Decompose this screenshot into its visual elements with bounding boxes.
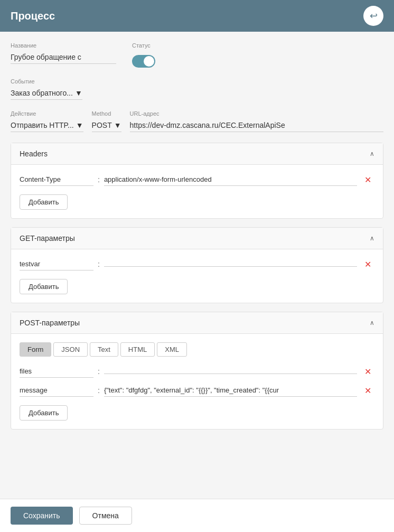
- post-value-1[interactable]: {"text": "dfgfdg", "external_id": "{{}}"…: [104, 384, 357, 397]
- method-select[interactable]: POST ▼: [92, 119, 121, 132]
- colon-icon: :: [98, 175, 100, 184]
- post-params-section-title: POST-параметры: [20, 319, 80, 327]
- table-row: Content-Type : application/x-www-form-ur…: [20, 173, 374, 186]
- get-params-section-body: testvar : ✕ Добавить: [11, 249, 383, 303]
- tab-form[interactable]: Form: [20, 342, 51, 357]
- method-value: POST: [92, 121, 112, 129]
- add-get-param-button[interactable]: Добавить: [20, 279, 68, 294]
- post-params-section: POST-параметры ∧ Form JSON Text HTML XML…: [11, 312, 383, 430]
- method-field-group: Method POST ▼: [92, 110, 121, 132]
- delete-header-0-button[interactable]: ✕: [361, 174, 374, 186]
- post-params-section-header[interactable]: POST-параметры ∧: [11, 312, 383, 334]
- action-method-url-row: Действие Отправить HTTP... ▼ Method POST…: [11, 110, 383, 132]
- action-chevron-icon: ▼: [76, 121, 83, 129]
- table-row: message : {"text": "dfgfdg", "external_i…: [20, 384, 374, 397]
- method-label: Method: [92, 110, 121, 117]
- headers-section-body: Content-Type : application/x-www-form-ur…: [11, 165, 383, 218]
- delete-post-0-button[interactable]: ✕: [361, 366, 374, 378]
- headers-section: Headers ∧ Content-Type : application/x-w…: [11, 143, 383, 219]
- event-label: Событие: [11, 78, 82, 85]
- event-value: Заказ обратного...: [11, 89, 73, 97]
- action-select[interactable]: Отправить HTTP... ▼: [11, 119, 83, 132]
- table-row: testvar : ✕: [20, 258, 374, 270]
- tab-text[interactable]: Text: [90, 342, 118, 357]
- status-field-group: Статус: [132, 42, 155, 68]
- tab-html[interactable]: HTML: [120, 342, 155, 357]
- page-title: Процесс: [11, 10, 55, 22]
- tab-xml[interactable]: XML: [157, 342, 187, 357]
- action-field-group: Действие Отправить HTTP... ▼: [11, 110, 83, 132]
- delete-post-1-button[interactable]: ✕: [361, 385, 374, 397]
- header-value-0[interactable]: application/x-www-form-urlencoded: [104, 173, 357, 186]
- header-key-0[interactable]: Content-Type: [20, 173, 93, 186]
- name-status-row: Название Грубое обращение с Статус: [11, 42, 383, 68]
- url-label: URL-адрес: [130, 110, 383, 117]
- headers-section-title: Headers: [20, 150, 48, 158]
- back-icon: ↩: [370, 10, 378, 22]
- tab-json[interactable]: JSON: [53, 342, 88, 357]
- back-button[interactable]: ↩: [363, 6, 383, 26]
- add-post-param-button[interactable]: Добавить: [20, 405, 68, 421]
- name-label: Название: [11, 42, 116, 49]
- page-header: Процесс ↩: [0, 0, 394, 32]
- delete-get-0-button[interactable]: ✕: [361, 258, 374, 270]
- event-chevron-icon: ▼: [75, 89, 82, 97]
- get-params-chevron-icon: ∧: [370, 235, 374, 242]
- headers-chevron-icon: ∧: [370, 150, 374, 157]
- get-key-0[interactable]: testvar: [20, 258, 93, 270]
- colon-icon: :: [98, 260, 100, 268]
- table-row: files : ✕: [20, 365, 374, 378]
- event-select[interactable]: Заказ обратного... ▼: [11, 87, 82, 100]
- post-key-1[interactable]: message: [20, 384, 93, 397]
- post-value-0[interactable]: [104, 369, 357, 374]
- content-area: Название Грубое обращение с Статус Событ…: [0, 32, 394, 499]
- colon-icon: :: [98, 386, 100, 395]
- url-value[interactable]: https://dev-dmz.cascana.ru/CEC.ExternalA…: [130, 119, 383, 132]
- headers-section-header[interactable]: Headers ∧: [11, 143, 383, 165]
- event-field-group: Событие Заказ обратного... ▼: [11, 78, 82, 100]
- post-key-0[interactable]: files: [20, 365, 93, 378]
- status-label: Статус: [132, 42, 155, 49]
- post-params-chevron-icon: ∧: [370, 319, 374, 326]
- page-footer: Сохранить Отмена: [0, 499, 394, 532]
- post-params-section-body: Form JSON Text HTML XML files : ✕ messag…: [11, 334, 383, 429]
- get-params-section: GET-параметры ∧ testvar : ✕ Добавить: [11, 227, 383, 303]
- save-button[interactable]: Сохранить: [11, 507, 73, 525]
- action-label: Действие: [11, 110, 83, 117]
- cancel-button[interactable]: Отмена: [79, 507, 132, 525]
- get-value-0[interactable]: [104, 262, 357, 267]
- name-field-group: Название Грубое обращение с: [11, 42, 116, 64]
- name-value[interactable]: Грубое обращение с: [11, 51, 116, 64]
- status-toggle[interactable]: [132, 55, 155, 68]
- event-row: Событие Заказ обратного... ▼: [11, 78, 383, 100]
- post-tabs: Form JSON Text HTML XML: [20, 342, 374, 357]
- get-params-section-title: GET-параметры: [20, 234, 75, 242]
- action-value: Отправить HTTP...: [11, 121, 74, 129]
- colon-icon: :: [98, 367, 100, 376]
- add-header-button[interactable]: Добавить: [20, 194, 68, 210]
- get-params-section-header[interactable]: GET-параметры ∧: [11, 228, 383, 249]
- url-field-group: URL-адрес https://dev-dmz.cascana.ru/CEC…: [130, 110, 383, 132]
- method-chevron-icon: ▼: [114, 121, 121, 129]
